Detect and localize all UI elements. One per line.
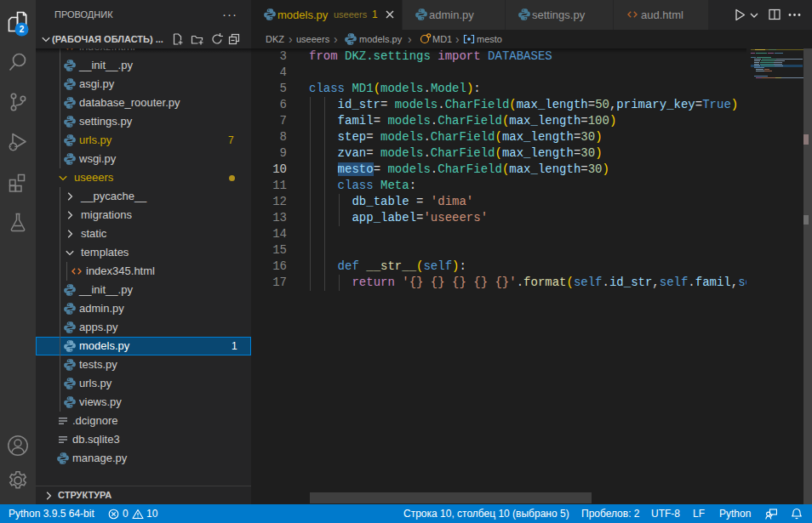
svg-text:2: 2 [20,25,25,34]
